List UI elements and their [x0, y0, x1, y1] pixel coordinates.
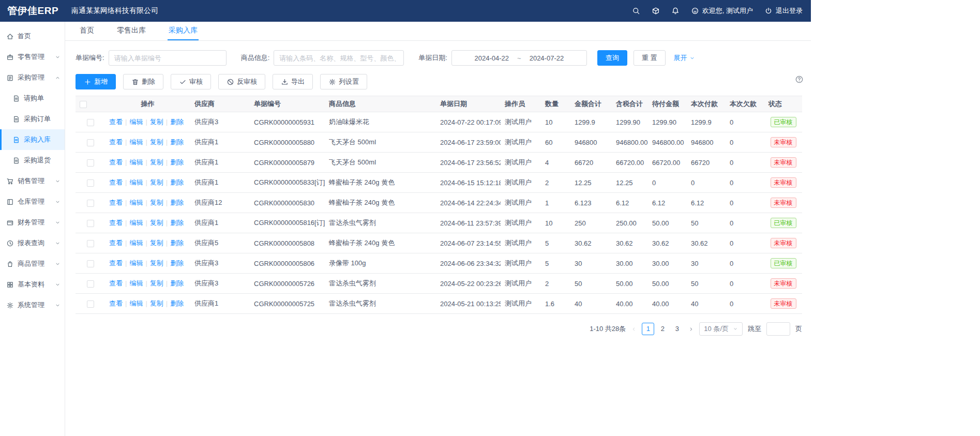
expand-link[interactable]: 展开	[674, 53, 695, 63]
row-action-copy[interactable]: 复制	[150, 279, 163, 287]
row-action-view[interactable]: 查看	[109, 158, 123, 166]
row-action-view[interactable]: 查看	[109, 299, 123, 307]
row-action-delete[interactable]: 删除	[170, 178, 184, 186]
sidebar-item-home[interactable]: 首页	[0, 26, 65, 47]
row-action-delete[interactable]: 删除	[170, 219, 184, 227]
add-button[interactable]: 新增	[76, 74, 116, 89]
row-action-copy[interactable]: 复制	[150, 118, 163, 126]
row-checkbox[interactable]	[87, 220, 94, 227]
row-action-delete[interactable]: 删除	[170, 279, 184, 287]
sidebar-item-product-management[interactable]: 商品管理	[0, 253, 65, 274]
sidebar-item-sales-management[interactable]: 销售管理	[0, 171, 65, 191]
row-action-edit[interactable]: 编辑	[129, 299, 143, 307]
row-checkbox[interactable]	[87, 200, 94, 207]
tab-retail-outbound[interactable]: 零售出库	[116, 22, 147, 40]
export-button[interactable]: 导出	[273, 74, 313, 89]
cell-operator: 测试用户	[501, 153, 541, 173]
column-settings-button[interactable]: 列设置	[320, 74, 367, 89]
product-info-input[interactable]	[274, 50, 404, 66]
sidebar-item-report-query[interactable]: 报表查询	[0, 233, 65, 253]
sidebar-item-system-management[interactable]: 系统管理	[0, 295, 65, 315]
row-action-edit[interactable]: 编辑	[129, 138, 143, 146]
sidebar-item-retail-management[interactable]: 零售管理	[0, 47, 65, 67]
row-action-copy[interactable]: 复制	[150, 199, 163, 206]
header-notifications-button[interactable]	[671, 7, 680, 15]
sidebar-item-finance-management[interactable]: 财务管理	[0, 212, 65, 233]
help-button[interactable]	[795, 75, 804, 84]
row-action-edit[interactable]: 编辑	[129, 178, 143, 186]
welcome-user[interactable]: 欢迎您, 测试用户	[691, 6, 753, 16]
row-action-edit[interactable]: 编辑	[129, 199, 143, 206]
row-action-delete[interactable]: 删除	[170, 259, 184, 267]
delete-button[interactable]: 删除	[123, 74, 163, 89]
row-action-edit[interactable]: 编辑	[129, 259, 143, 267]
sidebar-item-purchase-management[interactable]: 采购管理	[0, 67, 65, 88]
unapprove-button[interactable]: 反审核	[218, 74, 265, 89]
select-all-checkbox[interactable]	[80, 101, 87, 108]
row-action-view[interactable]: 查看	[109, 178, 123, 186]
row-action-copy[interactable]: 复制	[150, 158, 163, 166]
tab-home[interactable]: 首页	[79, 22, 95, 40]
row-checkbox[interactable]	[87, 300, 94, 308]
sidebar-item-label: 采购订单	[24, 114, 51, 124]
sidebar-item-purchase-return[interactable]: 采购退货	[0, 150, 65, 171]
reset-button[interactable]: 重 置	[634, 50, 666, 66]
prev-page-button[interactable]	[631, 326, 637, 332]
row-action-view[interactable]: 查看	[109, 138, 123, 146]
bill-no-input[interactable]	[109, 50, 227, 66]
row-action-copy[interactable]: 复制	[150, 299, 163, 307]
row-action-edit[interactable]: 编辑	[129, 279, 143, 287]
page-size-select[interactable]: 10 条/页	[699, 322, 743, 336]
row-action-delete[interactable]: 删除	[170, 239, 184, 247]
row-action-delete[interactable]: 删除	[170, 118, 184, 126]
row-action-delete[interactable]: 删除	[170, 199, 184, 206]
row-action-copy[interactable]: 复制	[150, 138, 163, 146]
row-action-edit[interactable]: 编辑	[129, 118, 143, 126]
chevron-right-icon	[688, 326, 694, 332]
row-checkbox[interactable]	[87, 260, 94, 267]
row-action-edit[interactable]: 编辑	[129, 158, 143, 166]
logout-button[interactable]: 退出登录	[764, 6, 803, 16]
sidebar-item-purchase-inbound[interactable]: 采购入库	[0, 129, 65, 150]
row-checkbox[interactable]	[87, 119, 94, 126]
row-checkbox[interactable]	[87, 159, 94, 167]
jump-page-input[interactable]	[766, 322, 790, 336]
row-action-copy[interactable]: 复制	[150, 178, 163, 186]
date-from-value[interactable]: 2024-04-22	[475, 54, 509, 62]
row-action-copy[interactable]: 复制	[150, 239, 163, 247]
sidebar-item-basic-data[interactable]: 基本资料	[0, 274, 65, 295]
cell-debt: 0	[726, 112, 764, 132]
date-range-picker[interactable]: 2024-04-22 ~ 2024-07-22	[451, 50, 587, 66]
row-action-view[interactable]: 查看	[109, 199, 123, 206]
row-action-view[interactable]: 查看	[109, 279, 123, 287]
row-action-copy[interactable]: 复制	[150, 219, 163, 227]
header-search-button[interactable]	[632, 7, 640, 15]
next-page-button[interactable]	[688, 326, 694, 332]
row-action-delete[interactable]: 删除	[170, 158, 184, 166]
page-button-3[interactable]: 3	[671, 323, 683, 335]
row-action-view[interactable]: 查看	[109, 259, 123, 267]
page-button-1[interactable]: 1	[642, 323, 654, 335]
date-to-value[interactable]: 2024-07-22	[530, 54, 564, 62]
row-action-view[interactable]: 查看	[109, 239, 123, 247]
row-checkbox[interactable]	[87, 179, 94, 187]
sidebar-item-warehouse-management[interactable]: 仓库管理	[0, 191, 65, 212]
row-action-copy[interactable]: 复制	[150, 259, 163, 267]
search-button[interactable]: 查询	[597, 50, 627, 66]
row-action-edit[interactable]: 编辑	[129, 239, 143, 247]
action-separator: |	[145, 158, 147, 166]
sidebar-item-purchase-request[interactable]: 请购单	[0, 88, 65, 109]
row-checkbox[interactable]	[87, 139, 94, 146]
row-checkbox[interactable]	[87, 240, 94, 247]
sidebar-item-purchase-order[interactable]: 采购订单	[0, 109, 65, 129]
page-button-2[interactable]: 2	[656, 323, 669, 335]
approve-button[interactable]: 审核	[171, 74, 211, 89]
row-action-view[interactable]: 查看	[109, 118, 123, 126]
row-action-delete[interactable]: 删除	[170, 299, 184, 307]
row-action-view[interactable]: 查看	[109, 219, 123, 227]
header-apps-button[interactable]	[652, 7, 660, 15]
row-action-edit[interactable]: 编辑	[129, 219, 143, 227]
row-action-delete[interactable]: 删除	[170, 138, 184, 146]
tab-purchase-inbound[interactable]: 采购入库	[168, 22, 199, 40]
row-checkbox[interactable]	[87, 280, 94, 288]
